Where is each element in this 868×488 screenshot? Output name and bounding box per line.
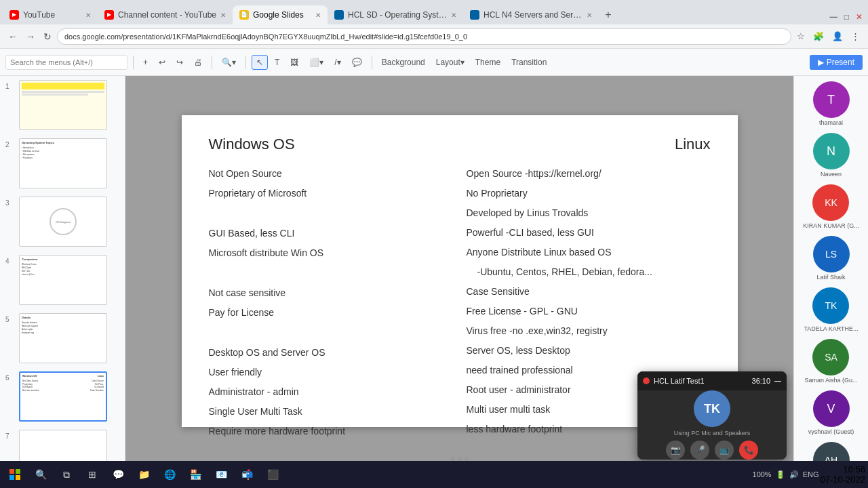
video-popup-header: HCL Latif Test1 36:10 ─ bbox=[637, 371, 787, 390]
tab-youtube[interactable]: ▶ YouTube ✕ bbox=[3, 5, 98, 24]
slide-num-3: 3 bbox=[5, 197, 15, 207]
row-left-6: Not case sensitive bbox=[209, 286, 453, 300]
video-screen-button[interactable]: 📺 bbox=[715, 441, 734, 460]
taskbar-email[interactable]: 📧 bbox=[209, 462, 233, 487]
add-slide-button[interactable]: + bbox=[139, 56, 152, 69]
avatar-v: V bbox=[813, 390, 850, 427]
minimize-window[interactable]: ─ bbox=[827, 9, 840, 24]
participant-v: V vyshnavi (Guest) bbox=[808, 390, 854, 435]
slides-panel: 1 2 Operating System Topics • Introducti… bbox=[0, 76, 125, 466]
taskbar-clock: 10:56 07-10-2022 bbox=[821, 464, 866, 485]
participant-name-ls: Latif Shaik bbox=[816, 274, 845, 281]
new-tab-button[interactable]: + bbox=[599, 5, 618, 24]
select-tool[interactable]: ↖ bbox=[252, 55, 268, 70]
tab-channel-close[interactable]: ✕ bbox=[220, 12, 226, 19]
taskbar-battery: 🔋 bbox=[776, 470, 785, 479]
row-left-11: Administrator - admin bbox=[209, 385, 453, 399]
slide-preview-2: Operating System Topics • Introduction• … bbox=[19, 138, 107, 188]
taskbar-task-view[interactable]: ⧉ bbox=[54, 462, 79, 487]
forward-button[interactable]: → bbox=[23, 30, 38, 43]
main-area: 1 2 Operating System Topics • Introducti… bbox=[0, 76, 868, 466]
search-menus-input[interactable] bbox=[5, 55, 127, 70]
theme-button[interactable]: Theme bbox=[471, 56, 505, 69]
redo-button[interactable]: ↪ bbox=[172, 56, 187, 69]
participant-ls: LS Latif Shaik bbox=[813, 236, 850, 281]
slide-thumb-6[interactable]: 6 Windows OSLinux Not Open SourceOpen So… bbox=[0, 367, 125, 426]
video-mic-button[interactable]: 🎤 bbox=[690, 441, 709, 460]
tab-slides[interactable]: 📄 Google Slides ✕ bbox=[233, 5, 328, 24]
row-right-3: Powerful -CLI based, less GUI bbox=[467, 226, 711, 240]
slide-thumb-3[interactable]: 3 OS Diagram bbox=[0, 192, 125, 251]
video-popup-body: TK Using PC Mic and Speakers bbox=[637, 390, 787, 436]
menu-button[interactable]: ⋮ bbox=[848, 30, 863, 43]
taskbar-terminal[interactable]: ⬛ bbox=[260, 462, 285, 487]
toolbar-separator-1 bbox=[133, 56, 134, 69]
shape-tool[interactable]: ⬜▾ bbox=[305, 56, 328, 69]
start-button[interactable] bbox=[3, 462, 27, 487]
slide-canvas[interactable]: Windows OS Linux Not Open Source Proprie… bbox=[125, 76, 793, 466]
windows-logo-icon bbox=[9, 469, 20, 480]
background-button[interactable]: Background bbox=[378, 56, 429, 69]
tab-hcl-n4-title: HCL N4 Servers and Service... bbox=[484, 10, 583, 20]
tab-channel[interactable]: ▶ Channel content - YouTube ✕ bbox=[98, 5, 233, 24]
maximize-window[interactable]: □ bbox=[842, 11, 852, 23]
text-tool[interactable]: T bbox=[271, 56, 283, 69]
slide-preview-6: Windows OSLinux Not Open SourceOpen Sour… bbox=[19, 371, 107, 422]
taskbar-date-display: 07-10-2022 bbox=[821, 474, 866, 485]
refresh-button[interactable]: ↻ bbox=[41, 30, 54, 43]
avatar-sa: SA bbox=[812, 339, 849, 375]
taskbar-outlook[interactable]: 📬 bbox=[235, 462, 259, 487]
tab-hcl-n4[interactable]: HCL N4 Servers and Service... ✕ bbox=[463, 5, 599, 24]
print-button[interactable]: 🖨 bbox=[190, 56, 206, 69]
undo-button[interactable]: ↩ bbox=[155, 56, 170, 69]
image-tool[interactable]: 🖼 bbox=[286, 56, 302, 69]
close-window[interactable]: ✕ bbox=[853, 11, 865, 23]
video-controls: 📷 🎤 📺 📞 bbox=[637, 436, 787, 460]
toolbar-separator-2 bbox=[212, 56, 212, 69]
tab-hcl-n4-close[interactable]: ✕ bbox=[587, 12, 592, 19]
toolbar-right: ▶ Present bbox=[810, 55, 863, 70]
tab-slides-close[interactable]: ✕ bbox=[315, 12, 321, 19]
zoom-button[interactable]: 🔍▾ bbox=[218, 56, 240, 69]
slide-thumb-1[interactable]: 1 bbox=[0, 76, 125, 134]
slide-thumb-2[interactable]: 2 Operating System Topics • Introduction… bbox=[0, 134, 125, 192]
participant-name-naveen: Naveen bbox=[821, 171, 842, 178]
taskbar-search[interactable]: 🔍 bbox=[28, 462, 53, 487]
row-right-8: Virus free -no .exe,win32, registry bbox=[467, 324, 711, 338]
profile-button[interactable]: 👤 bbox=[829, 30, 846, 43]
video-popup-title: HCL Latif Test1 bbox=[654, 377, 748, 385]
taskbar-teams[interactable]: 💬 bbox=[106, 462, 130, 487]
address-bar[interactable] bbox=[57, 28, 791, 45]
slide-preview-4: Comparison Windows | LinuxMS | OpenGUI |… bbox=[19, 255, 107, 305]
taskbar-store[interactable]: 🏪 bbox=[183, 462, 208, 487]
browser-window: ▶ YouTube ✕ ▶ Channel content - YouTube … bbox=[0, 0, 868, 488]
tab-bar: ▶ YouTube ✕ ▶ Channel content - YouTube … bbox=[0, 0, 868, 24]
avatar-naveen: N bbox=[813, 133, 850, 169]
slide-thumb-5[interactable]: 5 Details Security featuresMulti-user su… bbox=[0, 309, 125, 367]
video-minimize-button[interactable]: ─ bbox=[774, 375, 781, 386]
transition-button[interactable]: Transition bbox=[507, 56, 551, 69]
present-button[interactable]: ▶ Present bbox=[810, 55, 863, 70]
row-right-7: Free License - GPL - GNU bbox=[467, 304, 711, 319]
row-left-13: Require more hardware footprint bbox=[209, 424, 453, 439]
video-end-button[interactable]: 📞 bbox=[739, 441, 758, 460]
tab-youtube-close[interactable]: ✕ bbox=[85, 12, 91, 19]
linux-header: Linux bbox=[675, 136, 711, 153]
bookmark-button[interactable]: ☆ bbox=[794, 30, 808, 43]
layout-button[interactable]: Layout▾ bbox=[432, 56, 469, 69]
comment-tool[interactable]: 💬 bbox=[348, 56, 366, 69]
back-button[interactable]: ← bbox=[5, 30, 20, 43]
taskbar-widgets[interactable]: ⊞ bbox=[80, 462, 104, 487]
tab-hcl-os[interactable]: HCL SD - Operating System... ✕ bbox=[328, 5, 463, 24]
line-tool[interactable]: /▾ bbox=[330, 56, 344, 69]
row-left-3: GUI Based, less CLI bbox=[209, 226, 453, 241]
row-right-6: Case Sensitive bbox=[467, 285, 711, 299]
slide-thumb-4[interactable]: 4 Comparison Windows | LinuxMS | OpenGUI… bbox=[0, 251, 125, 309]
slide-preview-1 bbox=[19, 80, 107, 130]
tab-hcl-os-close[interactable]: ✕ bbox=[451, 12, 456, 19]
extensions-button[interactable]: 🧩 bbox=[810, 30, 827, 43]
slide-thumb-7[interactable]: 7 bbox=[0, 426, 125, 466]
video-camera-button[interactable]: 📷 bbox=[666, 441, 685, 460]
taskbar-browser[interactable]: 🌐 bbox=[157, 462, 182, 487]
taskbar-file-explorer[interactable]: 📁 bbox=[132, 462, 156, 487]
